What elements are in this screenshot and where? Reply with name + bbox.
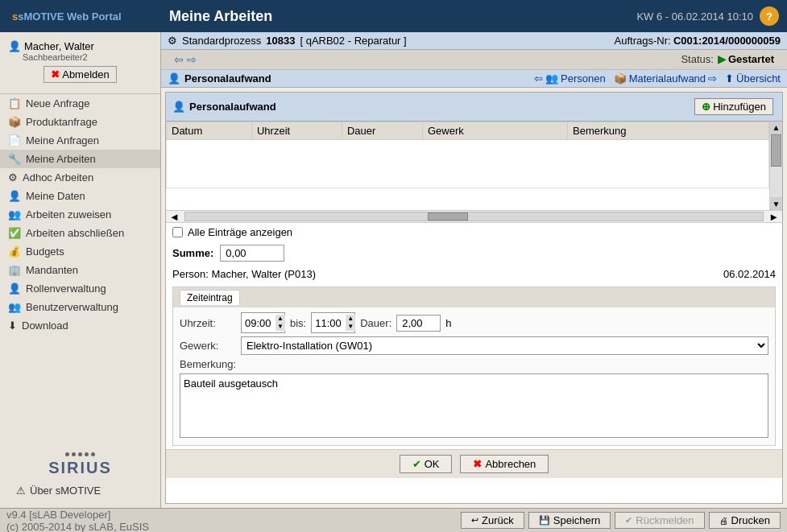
sidebar-item-mandanten[interactable]: 🏢 Mandanten [0, 261, 160, 279]
order-info: Auftrags-Nr: C001:2014/000000059 [615, 35, 781, 47]
back-arrow[interactable]: ⇦ [174, 53, 184, 66]
section-links: ⇦ 👥 Personen 📦 Materialaufwand ⇨ ⬆ Übers… [534, 72, 781, 85]
sidebar-item-meine-arbeiten[interactable]: 🔧 Meine Arbeiten [0, 150, 160, 168]
meine-daten-icon: 👤 [8, 190, 21, 202]
uhrzeit-label: Uhrzeit: [180, 317, 236, 329]
von-time-field[interactable] [245, 317, 275, 329]
show-all-checkbox[interactable] [172, 227, 183, 237]
col-bemerkung: Bemerkung [568, 122, 769, 140]
play-icon: ▶ [718, 53, 726, 65]
sidebar-item-benutzerverwaltung[interactable]: 👥 Benutzerverwaltung [0, 298, 160, 316]
sidebar-item-adhoc-arbeiten[interactable]: ⚙ Adhoc Arbeiten [0, 168, 160, 187]
bis-time-input[interactable]: ▲ ▼ [311, 312, 355, 333]
sidebar-item-meine-anfragen[interactable]: 📄 Meine Anfragen [0, 131, 160, 150]
scroll-left-button[interactable]: ◄ [166, 209, 183, 225]
show-all-label[interactable]: Alle Einträge anzeigen [188, 226, 292, 238]
show-all-area: Alle Einträge anzeigen [166, 223, 782, 241]
drucken-icon: 🖨 [719, 516, 728, 526]
abbrechen-button[interactable]: ✖ Abbrechen [460, 455, 549, 473]
scroll-thumb[interactable] [771, 134, 781, 167]
speichern-button[interactable]: 💾 Speichern [528, 512, 611, 529]
zeiteintrag-section: Zeiteintrag Uhrzeit: ▲ ▼ bis: [172, 287, 776, 446]
benutzerverwaltung-icon: 👥 [8, 301, 21, 313]
arbeiten-zuweisen-icon: 👥 [8, 208, 21, 221]
app-logo: ssMOTIVE Web Portal [0, 9, 161, 23]
horizontal-scrollbar[interactable]: ◄ ► [166, 210, 782, 223]
user-area: 👤 Macher, Walter Sachbearbeiter2 ✖ Abmel… [0, 36, 160, 94]
von-time-input[interactable]: ▲ ▼ [241, 312, 285, 333]
bemerkung-textarea[interactable]: Bauteil ausgetausch [180, 373, 768, 438]
sidebar-item-download[interactable]: ⬇ Download [0, 316, 160, 335]
scroll-track[interactable] [770, 134, 782, 197]
von-spinners[interactable]: ▲ ▼ [275, 315, 285, 331]
sidebar-item-produktanfrage[interactable]: 📦 Produktanfrage [0, 113, 160, 131]
bis-up-spinner[interactable]: ▲ [346, 315, 355, 323]
sirius-decoration [65, 452, 95, 456]
scroll-right-button[interactable]: ► [765, 209, 782, 225]
arbeiten-abschliessen-icon: ✅ [8, 227, 21, 239]
dauer-field[interactable] [396, 315, 441, 332]
forward-arrow[interactable]: ⇨ [187, 53, 197, 66]
summe-label: Summe: [172, 247, 213, 259]
materialaufwand-link[interactable]: 📦 Materialaufwand ⇨ [614, 72, 717, 85]
bemerkung-label: Bemerkung: [180, 358, 236, 370]
plus-icon: ⊕ [702, 101, 710, 113]
logo-text: ssMOTIVE Web Portal [12, 10, 122, 23]
scroll-thumb-h[interactable] [428, 212, 468, 221]
cancel-icon: ✖ [473, 458, 482, 470]
data-table: Datum Uhrzeit Dauer Gewerk Bemerkung [166, 122, 769, 188]
gewerk-select[interactable]: Elektro-Installation (GW01) Sanitär (GW0… [241, 336, 768, 355]
bis-time-field[interactable] [315, 317, 346, 329]
sidebar-item-neue-anfrage[interactable]: 📋 Neue Anfrage [0, 94, 160, 113]
gewerk-label: Gewerk: [180, 340, 236, 352]
page-title: Meine Arbeiten [161, 8, 636, 25]
scroll-track-h[interactable] [184, 212, 764, 221]
col-dauer: Dauer [342, 122, 422, 140]
user-name: 👤 Macher, Walter [8, 40, 152, 52]
zeiteintrag-tab[interactable]: Zeiteintrag [180, 290, 240, 305]
uebersicht-link[interactable]: ⬆ Übersicht [725, 72, 781, 85]
download-icon: ⬇ [8, 320, 17, 332]
sidebar-item-arbeiten-abschliessen[interactable]: ✅ Arbeiten abschließen [0, 224, 160, 242]
about-icon: ⚠ [16, 485, 26, 497]
sidebar-item-meine-daten[interactable]: 👤 Meine Daten [0, 187, 160, 205]
sidebar-item-rollenverwaltung[interactable]: 👤 Rollenverwaltung [0, 279, 160, 298]
summe-area: Summe: 0,00 [166, 241, 782, 265]
von-up-spinner[interactable]: ▲ [275, 315, 285, 323]
rueckmelden-icon: ✔ [625, 515, 632, 526]
nav-arrows: ⇦ ⇨ [168, 52, 203, 68]
ok-button[interactable]: ✔ OK [400, 455, 453, 473]
meine-anfragen-icon: 📄 [8, 134, 21, 146]
scroll-up-button[interactable]: ▲ [770, 122, 782, 134]
sidebar-item-budgets[interactable]: 💰 Budgets [0, 242, 160, 261]
table-body [167, 140, 769, 188]
process-info: ⚙ Standardprozess 10833 [ qARB02 - Repar… [168, 35, 407, 47]
section-nav: 👤 Personalaufwand ⇦ 👥 Personen 📦 Materia… [161, 70, 787, 88]
von-down-spinner[interactable]: ▼ [275, 323, 285, 331]
bis-spinners[interactable]: ▲ ▼ [346, 315, 355, 331]
section-title: 👤 Personalaufwand [168, 72, 271, 85]
rueckmelden-button[interactable]: ✔ Rückmelden [615, 512, 704, 529]
bis-down-spinner[interactable]: ▼ [346, 323, 355, 331]
hinzufuegen-button[interactable]: ⊕ Hinzufügen [694, 98, 773, 115]
h-unit: h [445, 317, 451, 329]
help-button[interactable]: ? [760, 6, 779, 26]
drucken-button[interactable]: 🖨 Drucken [709, 512, 781, 529]
user-role: Sachbearbeiter2 [8, 52, 152, 62]
zurueck-button[interactable]: ↩ Zurück [461, 512, 524, 529]
uhrzeit-row: Uhrzeit: ▲ ▼ bis: ▲ [180, 312, 768, 333]
abmelden-button[interactable]: ✖ Abmelden [43, 66, 117, 83]
vertical-scrollbar[interactable]: ▲ ▼ [769, 122, 782, 210]
personen-link[interactable]: ⇦ 👥 Personen [534, 72, 606, 85]
dialog-buttons: ✔ OK ✖ Abbrechen [166, 449, 782, 478]
status-bar: Status: ▶ Gestartet [674, 52, 781, 68]
bemerkung-row: Bemerkung: [180, 358, 768, 370]
col-datum: Datum [167, 122, 252, 140]
ok-icon: ✔ [412, 458, 421, 470]
sidebar-item-arbeiten-zuweisen[interactable]: 👥 Arbeiten zuweisen [0, 205, 160, 224]
person-icon: 👤 [168, 72, 180, 85]
col-uhrzeit: Uhrzeit [251, 122, 342, 140]
version-info: v9.4 [sLAB Developer] (c) 2005-2014 by s… [6, 509, 149, 533]
sidebar-item-about[interactable]: ⚠ Über sMOTIVE [8, 481, 152, 500]
sidebar: 👤 Macher, Walter Sachbearbeiter2 ✖ Abmel… [0, 32, 161, 508]
